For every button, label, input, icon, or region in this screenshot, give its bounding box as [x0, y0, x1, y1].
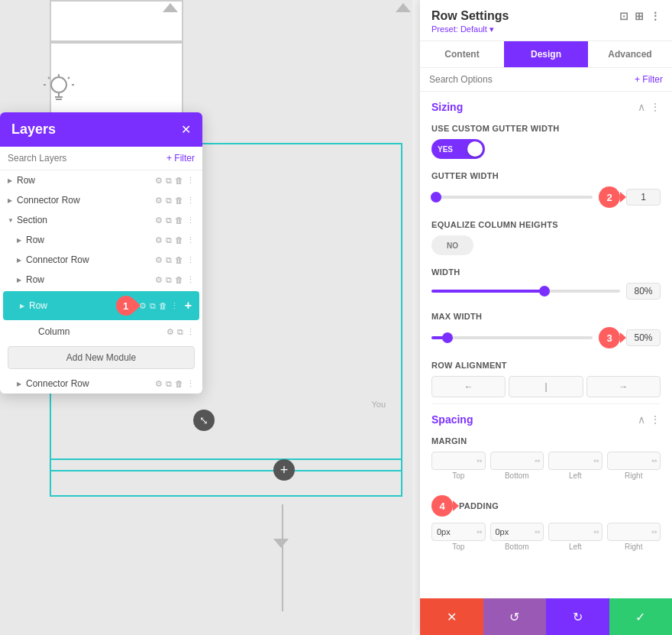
layer-item-connector1[interactable]: ▶ Connector Row ⚙ ⧉ 🗑 ⋮ [0, 190, 202, 210]
width-slider-track[interactable] [431, 290, 620, 293]
more-vert-icon[interactable]: ⋮ [650, 10, 661, 22]
layer-item-connector2[interactable]: ▶ Connector Row ⚙ ⧉ 🗑 ⋮ [0, 250, 202, 270]
padding-top-link-icon[interactable]: ⇔ [477, 528, 483, 536]
copy-icon-column[interactable]: ⧉ [177, 327, 183, 337]
expand-icon-connector2[interactable]: ▶ [17, 257, 26, 264]
settings-icon-connector3[interactable]: ⚙ [155, 379, 163, 389]
layers-close-btn[interactable]: ✕ [181, 122, 191, 137]
max-width-slider-thumb[interactable] [442, 332, 453, 343]
trash-icon-connector3[interactable]: 🗑 [175, 379, 183, 388]
reset-btn[interactable]: ↺ [483, 598, 547, 635]
margin-bottom-link-icon[interactable]: ⇔ [535, 457, 541, 465]
gutter-slider-thumb[interactable] [431, 192, 441, 202]
panel-search-input[interactable] [429, 74, 630, 85]
more-icon-row1[interactable]: ⋮ [186, 176, 195, 186]
more-icon-connector2[interactable]: ⋮ [186, 255, 195, 265]
sizing-more-icon[interactable]: ⋮ [650, 101, 661, 113]
gutter-toggle-btn[interactable]: YES [431, 139, 485, 159]
gutter-width-slider-setting: Gutter Width 2 1 [420, 165, 672, 214]
canvas-plus-btn[interactable]: + [273, 459, 295, 481]
expand-icon-connector3[interactable]: ▶ [17, 381, 26, 387]
gutter-slider-track[interactable] [431, 196, 593, 199]
settings-icon-row2[interactable]: ⚙ [155, 235, 163, 245]
settings-icon-connector2[interactable]: ⚙ [155, 255, 163, 265]
panel-bottom-bar: ✕ ↺ ↻ ✓ [420, 598, 672, 635]
trash-icon-row2[interactable]: 🗑 [175, 235, 183, 245]
padding-right-link-icon[interactable]: ⇔ [651, 528, 657, 536]
layer-item-connector3[interactable]: ▶ Connector Row ⚙ ⧉ 🗑 ⋮ [0, 374, 202, 394]
spacing-more-icon[interactable]: ⋮ [650, 413, 661, 426]
padding-bottom-link-icon[interactable]: ⇔ [535, 528, 541, 536]
margin-top-wrap: ⇔ [431, 452, 486, 470]
trash-icon-connector2[interactable]: 🗑 [175, 255, 183, 264]
copy-icon-row3[interactable]: ⧉ [166, 275, 172, 285]
copy-icon-connector1[interactable]: ⧉ [166, 196, 172, 206]
grid-icon[interactable]: ⊞ [635, 10, 644, 22]
redo-btn[interactable]: ↻ [546, 598, 609, 635]
more-icon-column[interactable]: ⋮ [186, 327, 195, 337]
margin-left-link-icon[interactable]: ⇔ [593, 457, 599, 465]
layer-item-row-active[interactable]: ▶ Row 1 ⚙ ⧉ 🗑 ⋮ + [3, 291, 199, 320]
expand-icon-row3[interactable]: ▶ [17, 277, 26, 283]
screen-icon[interactable]: ⊡ [619, 10, 628, 22]
align-center-btn[interactable]: | [509, 376, 583, 397]
trash-icon-section[interactable]: 🗑 [175, 215, 183, 225]
settings-icon-column[interactable]: ⚙ [166, 327, 174, 337]
layer-item-row1[interactable]: ▶ Row ⚙ ⧉ 🗑 ⋮ [0, 170, 202, 190]
copy-icon-connector2[interactable]: ⧉ [166, 255, 172, 265]
copy-icon-row2[interactable]: ⧉ [166, 235, 172, 245]
trash-icon-row3[interactable]: 🗑 [175, 275, 183, 284]
canvas-move-btn[interactable]: ⤡ [193, 410, 215, 431]
settings-icon-row3[interactable]: ⚙ [155, 275, 163, 285]
gutter-slider-row: 2 1 [431, 186, 661, 208]
tab-content[interactable]: Content [420, 41, 504, 67]
add-icon-row-active[interactable]: + [185, 299, 192, 313]
layer-item-section[interactable]: ▼ Section ⚙ ⧉ 🗑 ⋮ [0, 210, 202, 230]
add-module-btn[interactable]: Add New Module [8, 346, 195, 369]
layer-item-column[interactable]: ▶ Column ⚙ ⧉ ⋮ [0, 322, 202, 342]
tab-design[interactable]: Design [504, 41, 588, 67]
align-left-btn[interactable]: ← [431, 376, 506, 397]
layers-list: ▶ Row ⚙ ⧉ 🗑 ⋮ ▶ Connector Row ⚙ ⧉ 🗑 ⋮ ▼ … [0, 170, 202, 394]
trash-icon-row-active[interactable]: 🗑 [159, 301, 167, 310]
expand-icon-connector1[interactable]: ▶ [8, 197, 17, 204]
copy-icon-connector3[interactable]: ⧉ [166, 379, 172, 389]
max-width-slider-track[interactable] [431, 336, 593, 339]
padding-left-link-icon[interactable]: ⇔ [593, 528, 599, 536]
settings-icon-row1[interactable]: ⚙ [155, 176, 163, 186]
settings-icon-connector1[interactable]: ⚙ [155, 196, 163, 206]
spacing-collapse-icon[interactable]: ∧ [638, 413, 645, 426]
settings-icon-section[interactable]: ⚙ [155, 215, 163, 225]
layer-item-row2[interactable]: ▶ Row ⚙ ⧉ 🗑 ⋮ [0, 230, 202, 250]
panel-filter-btn[interactable]: + Filter [635, 74, 663, 85]
more-icon-section[interactable]: ⋮ [186, 215, 195, 225]
align-right-btn[interactable]: → [586, 376, 661, 397]
margin-right-link-icon[interactable]: ⇔ [651, 457, 657, 465]
cancel-btn[interactable]: ✕ [420, 598, 483, 635]
copy-icon-section[interactable]: ⧉ [166, 215, 172, 225]
equalize-toggle-btn[interactable]: NO [431, 235, 473, 255]
layers-search-input[interactable] [8, 153, 160, 164]
layer-name-connector2: Connector Row [26, 254, 155, 265]
more-icon-row3[interactable]: ⋮ [186, 275, 195, 285]
copy-icon-row1[interactable]: ⧉ [166, 176, 172, 186]
expand-icon-row1[interactable]: ▶ [8, 177, 17, 184]
panel-preset[interactable]: Preset: Default ▾ [431, 24, 661, 34]
expand-icon-section[interactable]: ▼ [8, 217, 17, 224]
more-icon-row2[interactable]: ⋮ [186, 235, 195, 245]
expand-icon-row-active[interactable]: ▶ [20, 303, 29, 309]
tab-advanced[interactable]: Advanced [588, 41, 672, 67]
sizing-collapse-icon[interactable]: ∧ [638, 101, 645, 113]
layer-item-row3[interactable]: ▶ Row ⚙ ⧉ 🗑 ⋮ [0, 270, 202, 290]
save-btn[interactable]: ✓ [609, 598, 673, 635]
trash-icon-row1[interactable]: 🗑 [175, 176, 183, 185]
trash-icon-connector1[interactable]: 🗑 [175, 196, 183, 205]
more-icon-row-active[interactable]: ⋮ [170, 301, 179, 311]
more-icon-connector3[interactable]: ⋮ [186, 379, 195, 389]
copy-icon-row-active[interactable]: ⧉ [150, 301, 156, 311]
margin-top-link-icon[interactable]: ⇔ [477, 457, 483, 465]
layers-filter-btn[interactable]: + Filter [166, 153, 195, 164]
width-slider-thumb[interactable] [539, 286, 550, 296]
more-icon-connector1[interactable]: ⋮ [186, 196, 195, 206]
expand-icon-row2[interactable]: ▶ [17, 237, 26, 244]
